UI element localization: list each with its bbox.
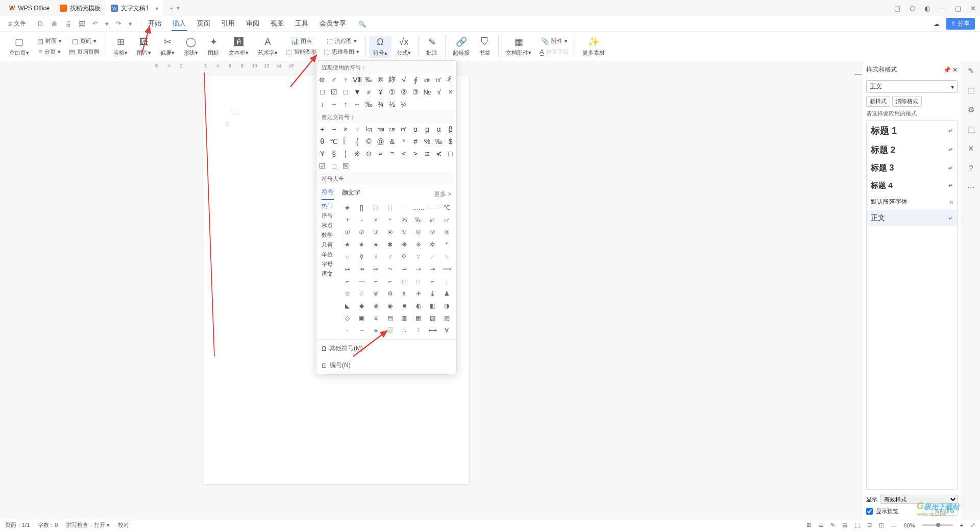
symbol-cell[interactable]: № <box>422 86 433 98</box>
smartart-button[interactable]: ⬚智能图形 <box>283 47 320 57</box>
symbol-cell[interactable]: # <box>410 135 422 148</box>
headerfooter-button[interactable]: ▤页眉页脚 <box>66 47 103 57</box>
tab-new[interactable]: ＋ ▾ <box>163 0 184 16</box>
symbol-browse-cell[interactable]: ★ <box>341 239 354 250</box>
symbol-browse-cell[interactable]: ⇀ <box>398 263 411 275</box>
symbol-category[interactable]: 单位 <box>322 251 338 258</box>
symbol-browse-cell[interactable]: ⌐ <box>426 276 439 287</box>
status-view-icon[interactable]: ⛶ <box>854 522 860 528</box>
symbol-cell[interactable] <box>422 160 433 172</box>
minimize-icon[interactable]: — <box>939 5 946 12</box>
symbol-cell[interactable]: ½ <box>386 98 398 110</box>
symbol-browse-cell[interactable]: ♛ <box>370 288 383 299</box>
shape-button[interactable]: ◯形状▾ <box>180 35 202 58</box>
symbol-category[interactable]: 字母 <box>322 260 338 268</box>
symbol-browse-cell[interactable]: ㎡ <box>426 214 439 226</box>
symbol-browse-cell[interactable]: ♀ <box>370 251 383 262</box>
other-symbols-button[interactable]: Ω其他符号(M)... <box>316 340 456 357</box>
symbol-browse-cell[interactable]: ★ <box>341 202 354 213</box>
symbol-cell[interactable] <box>410 160 422 172</box>
symbol-cell[interactable]: Ⅷ <box>352 74 363 86</box>
annotation-button[interactable]: ✎批注 <box>422 35 442 58</box>
symbol-browse-cell[interactable]: ◇ <box>341 312 354 324</box>
menu-tab-开始[interactable]: 开始 <box>147 17 162 31</box>
symbol-browse-cell[interactable]: ≡ <box>370 325 383 335</box>
symbol-cell[interactable] <box>375 160 386 172</box>
symbol-browse-cell[interactable]: ♗ <box>398 288 411 299</box>
symbol-more-link[interactable]: 更多 > <box>434 190 451 199</box>
symbol-browse-cell[interactable]: ⌐ <box>370 276 383 287</box>
symbol-browse-cell[interactable]: × <box>370 214 383 226</box>
icon-button[interactable]: ✦图标 <box>203 35 224 58</box>
symbol-browse-cell[interactable]: · <box>398 202 411 213</box>
symbol-cell[interactable]: ⊙ <box>363 148 375 160</box>
symbol-cell[interactable]: □ <box>328 160 340 172</box>
symbol-browse-cell[interactable]: ≡ <box>370 312 383 324</box>
symbol-browse-cell[interactable]: ▧ <box>426 312 439 324</box>
symbol-browse-cell[interactable]: ◆ <box>355 300 369 311</box>
symbol-cell[interactable]: ② <box>398 86 410 98</box>
symbol-browse-cell[interactable]: ⇥ <box>426 263 439 275</box>
style-item[interactable]: 标题 1↵ <box>867 121 957 140</box>
search-icon[interactable]: 🔍 <box>349 20 366 28</box>
symbol-cell[interactable]: ㎝ <box>386 123 398 135</box>
table-button[interactable]: ⊞表格▾ <box>109 35 132 58</box>
symbol-browse-cell[interactable]: ⚙ <box>383 288 397 299</box>
current-style-select[interactable]: 正文▾ <box>866 80 958 93</box>
symbol-cell[interactable]: ㎡ <box>398 123 410 135</box>
symbol-cell[interactable] <box>398 160 410 172</box>
pagenum-button[interactable]: ▢页码▾ <box>66 36 103 46</box>
symbol-cell[interactable]: ㎝ <box>422 74 433 86</box>
symbol-browse-cell[interactable]: ★ <box>370 239 383 250</box>
symbol-category[interactable]: 几何 <box>322 241 338 249</box>
symbol-cell[interactable] <box>363 160 375 172</box>
symbol-cell[interactable]: ← <box>352 98 363 110</box>
symbol-browse-cell[interactable]: ⑦ <box>426 227 439 238</box>
symbol-cell[interactable]: ¥ <box>316 148 328 160</box>
symbol-cell[interactable]: ☑ <box>316 160 328 172</box>
symbol-browse-cell[interactable]: ◉ <box>383 300 397 311</box>
side-rail-icon[interactable]: ✎ <box>968 66 974 76</box>
menu-tab-审阅[interactable]: 审阅 <box>245 17 260 31</box>
symbol-browse-cell[interactable]: ② <box>355 227 369 238</box>
symbol-tab-kaomoji[interactable]: 颜文字 <box>342 188 360 200</box>
cover-button[interactable]: ▤封面▾ <box>34 36 65 46</box>
symbol-cell[interactable]: ① <box>386 86 398 98</box>
qat-new-icon[interactable]: 🗋 <box>37 20 44 28</box>
symbol-cell[interactable]: ≠ <box>363 86 375 98</box>
screenshot-button[interactable]: ✂截屏▾ <box>156 35 179 58</box>
symbol-cell[interactable]: ‰ <box>433 135 445 148</box>
symbol-browse-cell[interactable]: ✈ <box>412 288 425 299</box>
symbol-browse-cell[interactable]: ⑤ <box>398 227 411 238</box>
menu-tab-引用[interactable]: 引用 <box>220 17 236 31</box>
symbol-browse-cell[interactable]: ◐ <box>412 300 425 311</box>
menu-tab-工具[interactable]: 工具 <box>294 17 309 31</box>
symbol-cell[interactable] <box>433 160 445 172</box>
symbol-cell[interactable]: ↓ <box>316 98 328 110</box>
panel-collapse-icon[interactable]: — <box>854 69 862 78</box>
symbol-cell[interactable]: ≡ <box>386 148 398 160</box>
symbol-cell[interactable]: g <box>422 123 433 135</box>
symbol-cell[interactable]: % <box>422 135 433 148</box>
status-view-icon[interactable]: ⊞ <box>806 522 811 528</box>
status-view-icon[interactable]: ✎ <box>830 522 835 528</box>
menu-tab-会员专享[interactable]: 会员专享 <box>318 17 347 31</box>
flowchart-button[interactable]: ⬚流程图▾ <box>321 36 362 46</box>
symbol-cell[interactable]: − <box>328 123 340 135</box>
symbol-category[interactable]: 标点 <box>322 222 338 229</box>
symbol-cell[interactable]: ‰ <box>363 98 375 110</box>
symbol-browse-cell[interactable]: ☿ <box>355 251 369 262</box>
symbol-browse-cell[interactable]: ÷ <box>412 325 425 335</box>
pin-icon[interactable]: 📌 <box>943 66 951 74</box>
tab-templates[interactable]: 找稻壳模板 <box>55 0 106 16</box>
symbol-cell[interactable]: ¼ <box>398 98 410 110</box>
win-multi-icon[interactable]: ▢ <box>894 5 900 12</box>
symbol-browse-cell[interactable]: ∀ <box>440 325 453 335</box>
mindmap-button[interactable]: ⬚思维导图▾ <box>321 47 362 57</box>
style-item[interactable]: 正文↵ <box>867 210 957 226</box>
symbol-browse-cell[interactable]: ◧ <box>426 300 439 311</box>
symbol-browse-cell[interactable]: ℃ <box>440 202 453 213</box>
symbol-cell[interactable]: & <box>386 135 398 148</box>
close-icon[interactable]: ✕ <box>970 5 976 12</box>
symbol-cell[interactable]: ⑧ <box>375 74 386 86</box>
